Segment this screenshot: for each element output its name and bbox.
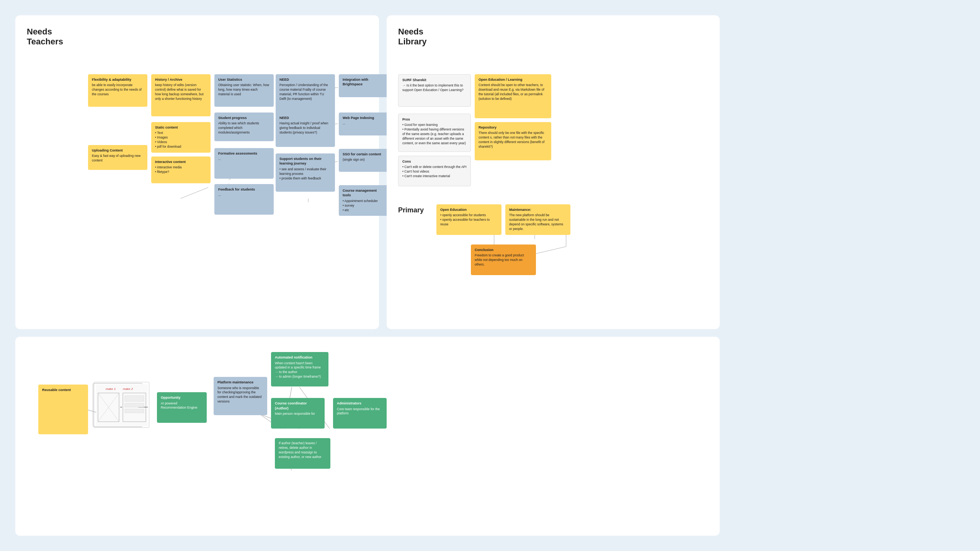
svg-rect-42 [125,403,144,407]
sticky-open-ed-primary-title: Open Education [440,207,498,212]
sticky-platform-maintenance[interactable]: Platform maintenance Someone who is resp… [214,377,267,415]
sticky-history[interactable]: History / Archive keep history of edits … [151,74,211,116]
sticky-formative-body: ... [218,157,270,161]
sticky-need-perception-body: Perception / Understanding of the course… [279,83,331,101]
canvas: NeedsTeachers [0,0,980,551]
sticky-user-stats-title: User Statistics [218,77,270,82]
sticky-cons[interactable]: Cons • Can't edit or delete content thro… [398,156,471,186]
sticky-formative[interactable]: Formative assessments ... [214,148,274,179]
sticky-support-title: Support students on their learning journ… [279,156,331,166]
sticky-web-indexing[interactable]: Web Page Indexing ... [339,112,389,135]
sticky-conclusion-title: Conclusion [475,248,532,253]
sticky-support-body: • see and assess / evaluate their learni… [279,167,331,181]
sketch-area: make 1 make 2 [94,382,149,428]
sticky-open-ed-primary-body: • openly accessible for students • openl… [440,213,498,227]
sticky-sso-title: SSO for certain content [343,152,385,157]
sticky-need-perception-title: NEED [279,77,331,82]
sticky-admin-body: Core team responsible for the platform [337,407,383,416]
sticky-integration[interactable]: Integration with Brightspace [339,74,389,97]
bottom-board: Reusable content make 1 make 2 [15,337,720,536]
sticky-platform-maintenance-body: Someone who is responsible for checking/… [217,386,263,404]
svg-rect-43 [125,409,144,413]
sticky-maintenance-title: Maintenance: [509,207,567,212]
needs-teachers-board: NeedsTeachers [15,15,379,329]
sticky-student-progress-body: Ability to see which students completed … [218,121,270,135]
sticky-need-insight[interactable]: NEED Having actual insight / proof when … [276,112,335,147]
sticky-user-stats-body: Obtaining user statistic: When, how long… [218,83,270,97]
svg-text:make 2: make 2 [123,387,133,391]
sticky-student-progress[interactable]: Student progress Ability to see which st… [214,112,274,141]
sticky-maintenance-body: The new platform should be sustainable i… [509,213,567,231]
sticky-flexibility[interactable]: Flexibility & adaptability be able to ea… [88,74,147,107]
sticky-automated[interactable]: Automated notification When content hasn… [271,352,328,386]
sticky-flexibility-title: Flexibility & adaptability [92,77,144,82]
sticky-flexibility-body: be able to easily incorporate changes ac… [92,83,144,97]
sticky-need-insight-body: Having actual insight / proof when givin… [279,121,331,135]
primary-label: Primary [398,206,424,214]
sticky-static-title: Static content [155,125,207,130]
sticky-course-coordinator[interactable]: Course coordinator (Author) Main person … [271,398,325,429]
sticky-student-progress-title: Student progress [218,116,270,121]
sticky-open-ed-learning[interactable]: Open Education / Learning Content should… [475,74,551,118]
svg-line-9 [180,187,208,199]
svg-text:make 1: make 1 [106,387,116,391]
sticky-pros[interactable]: Pros • Good for open learning • Potentia… [398,114,471,152]
sticky-sso[interactable]: SSO for certain content (single sign on) [339,149,389,172]
sticky-surf-sharekit[interactable]: SURF Sharekit → Is it the best option to… [398,74,471,107]
sticky-need-perception[interactable]: NEED Perception / Understanding of the c… [276,74,335,116]
sticky-feedback-body: ... [218,193,270,197]
sticky-interactive-title: Interactive content [155,160,207,165]
sticky-automated-title: Automated notification [275,355,325,360]
sticky-static[interactable]: Static content • Text • Images • Videos … [151,122,211,153]
sticky-uploading-body: Easy & fast way of uploading new content [92,154,144,163]
sticky-history-title: History / Archive [155,77,207,82]
sticky-open-ed-learning-title: Open Education / Learning [479,77,547,82]
sticky-opportunity-title: Opportunity [161,395,203,400]
svg-rect-41 [125,396,144,401]
sticky-surf-title: SURF Sharekit [402,78,467,83]
sticky-course-mgmt[interactable]: Course management tools • Appointment sc… [339,185,389,216]
sticky-pros-title: Pros [402,117,467,122]
svg-line-21 [535,246,566,254]
sticky-course-coord-title: Course coordinator (Author) [275,401,321,411]
sticky-author-leaves[interactable]: If author (teacher) leaves / retires, de… [275,438,330,469]
sticky-author-leaves-body: If author (teacher) leaves / retires, de… [279,441,327,460]
sticky-reusable[interactable]: Reusable content [38,385,88,434]
sticky-history-body: keep history of edits (version control) … [155,83,207,101]
sticky-pros-body: • Good for open learning • Potentially a… [402,123,467,145]
sticky-maintenance[interactable]: Maintenance: The new platform should be … [505,204,570,235]
sticky-surf-body: → Is it the best option to implement thi… [402,83,467,93]
sticky-web-indexing-title: Web Page Indexing [343,116,385,121]
sticky-open-ed-learning-body: Content should be open to other teachers… [479,83,547,101]
sticky-repository-title: Repository [479,125,547,130]
sticky-sso-body: (single sign on) [343,158,385,162]
sticky-course-coord-body: Main person responsible for [275,412,321,416]
sticky-feedback-title: Feedback for students [218,187,270,192]
sticky-uploading-title: Uploading Content [92,148,144,153]
sticky-uploading[interactable]: Uploading Content Easy & fast way of upl… [88,145,147,170]
sticky-support[interactable]: Support students on their learning journ… [276,153,335,192]
sticky-formative-title: Formative assessments [218,151,270,156]
sticky-admin-title: Administrators [337,401,383,406]
sticky-cons-title: Cons [402,159,467,164]
sticky-conclusion[interactable]: Conclusion Freedom to create a good prod… [471,245,536,275]
needs-teachers-title: NeedsTeachers [27,27,368,47]
sticky-need-insight-title: NEED [279,116,331,121]
sticky-repository[interactable]: Repository There should only be one file… [475,122,551,160]
sticky-opportunity[interactable]: Opportunity AI powered Recommendation En… [157,392,207,423]
sticky-platform-maintenance-title: Platform maintenance [217,380,263,385]
sticky-automated-body: When content hasn't been updated in a sp… [275,361,325,380]
sticky-administrators[interactable]: Administrators Core team responsible for… [333,398,387,429]
sticky-repository-body: There should only be one file with the s… [479,131,547,149]
sticky-open-ed-primary[interactable]: Open Education • openly accessible for s… [436,204,501,235]
sticky-opportunity-body: AI powered Recommendation Engine [161,401,203,411]
needs-library-title: NeedsLibrary [398,27,708,47]
sticky-integration-title: Integration with Brightspace [343,77,385,87]
sticky-course-mgmt-body: • Appointment scheduler • survey • etc [343,199,385,213]
sticky-reusable-title: Reusable content [42,388,84,393]
sticky-user-stats[interactable]: User Statistics Obtaining user statistic… [214,74,274,107]
sticky-feedback[interactable]: Feedback for students ... [214,184,274,215]
sticky-cons-body: • Can't edit or delete content through t… [402,165,467,179]
sticky-interactive[interactable]: Interactive content • interactive media … [151,156,211,183]
needs-library-board: NeedsLibrary SURF Sharekit → Is it the b… [387,15,720,329]
